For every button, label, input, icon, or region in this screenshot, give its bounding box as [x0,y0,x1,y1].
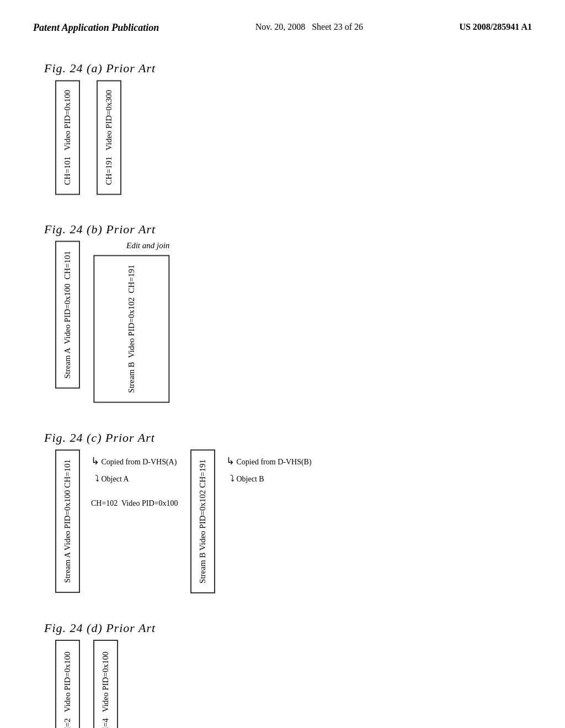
fig-b-layout: Stream A Video PID=0x100 CH=101 Edit and… [44,241,521,403]
fig-b-stream-a-box: Stream A Video PID=0x100 CH=101 [55,241,80,389]
fig-c-stream-b-box: Stream B Video PID=0x102 CH=191 [190,449,215,593]
fig-b-stream-b-text: Stream B Video PID=0x102 CH=191 [127,265,136,393]
fig-b-stream-a-text: Stream A Video PID=0x100 CH=101 [63,251,72,379]
fig-b-stream-b-box: Stream B Video PID=0x102 CH=191 [93,255,169,403]
fig-c-layout: Stream A Video PID=0x100 CH=101 ↳ Copied… [44,449,521,593]
fig-d-layout: CH=2 Video PID=0x100 CH=4 Video PID=0x10… [44,640,521,728]
fig-c-ch101-pid: CH=102 Video PID=0x100 [91,499,179,508]
fig-c-stream-b-text: Stream B Video PID=0x102 CH=191 [198,459,207,584]
fig-d-section: Fig. 24 (d) Prior Art CH=2 Video PID=0x1… [44,621,521,728]
fig-a-stream1-wrapper: CH=101 Video PID=0x100 [55,80,80,195]
pub-number: US 2008/285941 A1 [459,22,532,32]
fig-d-stream2-wrapper: CH=4 Video PID=0x100 [93,640,118,728]
fig-c-object-b: ⤵ Object B [226,474,315,484]
header: Patent Application Publication Nov. 20, … [0,0,565,45]
fig-c-stream-a-box: Stream A Video PID=0x100 CH=101 [55,449,80,593]
fig-b-label: Fig. 24 (b) Prior Art [44,222,521,237]
fig-a-label: Fig. 24 (a) Prior Art [44,61,521,76]
page: Patent Application Publication Nov. 20, … [0,0,565,728]
publication-title: Patent Application Publication [33,22,159,34]
fig-d-stream2-box: CH=4 Video PID=0x100 [93,640,118,728]
fig-b-right: Edit and join Stream B Video PID=0x102 C… [93,241,169,403]
fig-a-stream2-text: CH=191 Video PID=0x300 [104,90,114,185]
fig-a-layout: CH=101 Video PID=0x100 CH=191 Video PID=… [44,80,521,195]
fig-a-section: Fig. 24 (a) Prior Art CH=101 Video PID=0… [44,61,521,195]
edit-join-label: Edit and join [126,241,169,250]
pub-sheet: Sheet 23 of 26 [312,22,363,31]
main-content: Fig. 24 (a) Prior Art CH=101 Video PID=0… [0,45,565,728]
fig-c-copied-b: ↳ Copied from D-VHS(B) [226,455,315,467]
pub-date: Nov. 20, 2008 [255,22,306,31]
publication-info: Nov. 20, 2008 Sheet 23 of 26 [255,22,363,32]
fig-c-copied-a: ↳ Copied from D-VHS(A) [91,455,179,467]
fig-c-object-a: ⤵ Object A [91,474,179,484]
fig-c-annot-b: ↳ Copied from D-VHS(B) ⤵ Object B [226,455,315,484]
fig-b-section: Fig. 24 (b) Prior Art Stream A Video PID… [44,222,521,403]
fig-a-stream1-text: CH=101 Video PID=0x100 [63,90,72,185]
fig-a-stream2-wrapper: CH=191 Video PID=0x300 [97,80,121,195]
fig-d-stream2-text: CH=4 Video PID=0x100 [101,651,110,728]
fig-d-label: Fig. 24 (d) Prior Art [44,621,521,635]
fig-a-stream2-box: CH=191 Video PID=0x300 [97,80,121,195]
fig-a-stream1-box: CH=101 Video PID=0x100 [55,80,80,195]
fig-c-stream-a-group: Stream A Video PID=0x100 CH=101 [55,449,80,593]
fig-c-section: Fig. 24 (c) Prior Art Stream A Video PID… [44,431,521,593]
fig-c-label: Fig. 24 (c) Prior Art [44,431,521,445]
fig-c-stream-a-text: Stream A Video PID=0x100 CH=101 [63,459,72,583]
fig-c-stream-b-group: Stream B Video PID=0x102 CH=191 [190,449,215,593]
fig-b-stream-a-wrapper: Stream A Video PID=0x100 CH=101 [55,241,80,389]
fig-d-stream1-wrapper: CH=2 Video PID=0x100 [55,640,80,728]
fig-d-stream1-box: CH=2 Video PID=0x100 [55,640,80,728]
fig-c-annot-a: ↳ Copied from D-VHS(A) ⤵ Object A CH=102… [91,455,179,508]
fig-d-stream1-text: CH=2 Video PID=0x100 [63,651,72,728]
